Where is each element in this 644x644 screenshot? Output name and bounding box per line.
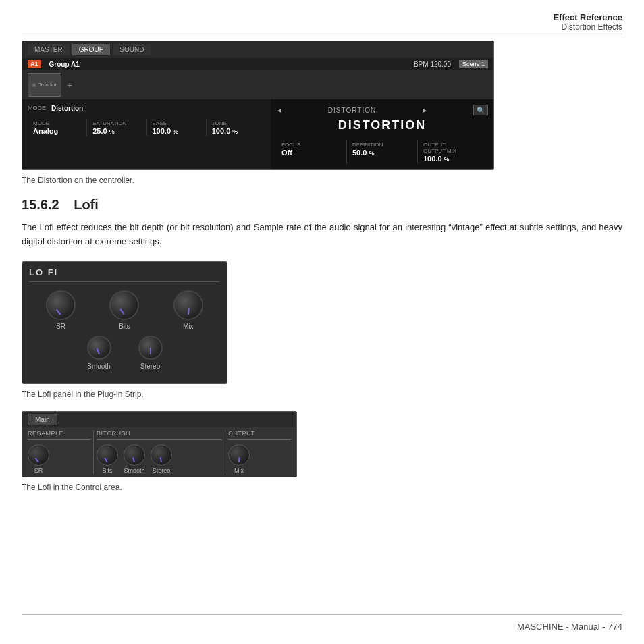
ctrl-nav-left[interactable]: ◄	[276, 107, 283, 114]
ctrl-param-output-mix: OutputOutput MIX 100.0 %	[418, 140, 488, 164]
lofi-knob-smooth-label: Smooth	[87, 363, 110, 370]
lofi-knob-smooth: Smooth	[87, 336, 111, 370]
ca-knob-mix-control[interactable]	[228, 444, 250, 466]
ctrl-param-definition: DEFINITION 50.0 %	[347, 140, 418, 164]
lofi-knob-mix-control[interactable]	[173, 290, 203, 320]
ctrl-plugin-icon: ▣ Distortion	[28, 73, 61, 97]
ca-knob-bits-control[interactable]	[97, 444, 118, 466]
ctrl-nav-right[interactable]: ►	[421, 107, 428, 114]
ca-section-output-line	[228, 439, 291, 440]
page-footer: MASCHINE - Manual - 774	[22, 614, 622, 632]
ca-section-bitcrush: BITCRUSH Bits Smooth	[97, 430, 222, 474]
lofi-knob-bits: Bits	[109, 290, 139, 330]
ca-knob-sr: SR	[28, 444, 49, 474]
lofi-knob-bits-control[interactable]	[109, 290, 139, 320]
lofi-knobs-row1: SR Bits Mix	[29, 290, 220, 330]
ca-sections: RESAMPLE SR BITCRUSH	[22, 427, 296, 477]
ctrl-effect-name: DISTORTION	[328, 107, 376, 114]
footer-divider	[22, 614, 622, 615]
control-area-screenshot: Main RESAMPLE SR BITCRUSH	[22, 411, 297, 477]
ca-knob-smooth-control[interactable]	[124, 444, 145, 466]
ca-section-resample: RESAMPLE SR	[28, 430, 90, 474]
ca-section-output-label: OUTPUT	[228, 430, 291, 437]
ctrl-right-nav: ◄ DISTORTION ► 🔍	[271, 105, 493, 115]
lofi-knob-sr: SR	[46, 290, 76, 330]
controller-caption: The Distortion on the controller.	[22, 176, 622, 185]
ca-section-resample-line	[28, 439, 90, 440]
ca-knobs-output: Mix	[228, 444, 291, 474]
ca-divider-2	[225, 430, 225, 474]
lofi-knob-mix-label: Mix	[183, 323, 194, 330]
lofi-knob-stereo: Stereo	[138, 336, 163, 370]
ca-knob-mix: Mix	[228, 444, 250, 474]
ctrl-group-id: A1	[28, 60, 41, 68]
ctrl-scene: Scene 1	[459, 60, 488, 68]
ctrl-param-tone: TONE 100.0 %	[207, 119, 265, 136]
lofi-knob-stereo-label: Stereo	[140, 363, 160, 370]
ca-knob-mix-label: Mix	[234, 467, 244, 474]
ctrl-bpm: BPM 120.00	[414, 61, 451, 68]
ca-knob-stereo: Stereo	[151, 444, 172, 474]
ctrl-tab-group[interactable]: GROUP	[72, 44, 111, 55]
ctrl-add-button[interactable]: +	[67, 80, 72, 90]
ctrl-plugin-row: ▣ Distortion +	[22, 70, 493, 99]
ctrl-param-mode: MODE Analog	[28, 119, 87, 136]
lofi-knob-sr-control[interactable]	[46, 290, 76, 320]
ctrl-tab-sound[interactable]: SOUND	[113, 44, 151, 55]
ca-knob-bits-label: Bits	[102, 467, 112, 474]
ctrl-split-area: Mode Distortion MODE Analog SATURATION 2…	[22, 99, 493, 169]
ctrl-info-row: A1 Group A1 BPM 120.00 Scene 1	[22, 58, 493, 70]
header-divider	[22, 34, 622, 34]
ca-tab-main[interactable]: Main	[28, 414, 57, 425]
ctrl-left-panel: Mode Distortion MODE Analog SATURATION 2…	[22, 99, 271, 169]
lofi-knob-bits-label: Bits	[119, 323, 130, 330]
ctrl-params-row-left: MODE Analog SATURATION 25.0 % BASS 100.0…	[28, 116, 265, 139]
ca-knob-smooth: Smooth	[124, 444, 145, 474]
ca-divider-1	[93, 430, 94, 474]
ctrl-tab-master[interactable]: MASTER	[28, 44, 70, 55]
lofi-panel-title: LO FI	[29, 267, 220, 282]
header-title: Effect Reference	[553, 12, 622, 22]
controller-screenshot: MASTER GROUP SOUND A1 Group A1 BPM 120.0…	[22, 41, 494, 170]
ca-section-bitcrush-line	[97, 439, 222, 440]
control-area-caption: The Lofi in the Control area.	[22, 483, 622, 492]
ca-section-bitcrush-label: BITCRUSH	[97, 430, 222, 437]
section-heading: 15.6.2 Lofi	[22, 197, 622, 213]
lofi-knob-mix: Mix	[173, 290, 203, 330]
body-text: The Lofi effect reduces the bit depth (o…	[22, 221, 622, 249]
ca-knob-sr-control[interactable]	[28, 444, 49, 466]
ca-knob-bits: Bits	[97, 444, 118, 474]
ctrl-param-saturation: SATURATION 25.0 %	[87, 119, 146, 136]
ca-tab-bar: Main	[22, 412, 296, 427]
ctrl-tab-bar: MASTER GROUP SOUND	[22, 41, 493, 58]
lofi-knob-smooth-control[interactable]	[87, 336, 111, 360]
ca-knob-sr-label: SR	[34, 467, 43, 474]
lofi-knobs-row2: Smooth Stereo	[29, 336, 220, 370]
ctrl-distortion-title: DISTORTION	[338, 118, 427, 132]
lofi-knob-stereo-control[interactable]	[138, 336, 163, 360]
ctrl-params-row-right: FOCUS Off DEFINITION 50.0 % OutputOutput…	[276, 140, 488, 164]
header-subtitle: Distortion Effects	[553, 22, 622, 32]
ctrl-param-focus: FOCUS Off	[276, 140, 347, 164]
ctrl-right-panel: ◄ DISTORTION ► 🔍 DISTORTION FOCUS Off DE…	[271, 99, 493, 169]
section-title: Lofi	[74, 197, 99, 212]
ca-knobs-bitcrush: Bits Smooth Stereo	[97, 444, 222, 474]
ca-knob-smooth-label: Smooth	[124, 467, 144, 474]
main-content: MASTER GROUP SOUND A1 Group A1 BPM 120.0…	[22, 41, 622, 504]
lofi-panel: LO FI SR Bits Mix	[22, 261, 227, 384]
lofi-knob-sr-label: SR	[56, 323, 65, 330]
lofi-panel-caption: The Lofi panel in the Plug-in Strip.	[22, 390, 622, 399]
page-header: Effect Reference Distortion Effects	[553, 12, 622, 32]
ca-section-output: OUTPUT Mix	[228, 430, 291, 474]
ca-knob-stereo-label: Stereo	[153, 467, 171, 474]
ctrl-group-name: Group A1	[49, 61, 406, 68]
ca-knobs-resample: SR	[28, 444, 90, 474]
ctrl-param-bass: BASS 100.0 %	[147, 119, 207, 136]
ctrl-search-button[interactable]: 🔍	[473, 105, 488, 115]
footer-text: MASCHINE - Manual - 774	[22, 622, 622, 632]
section-number: 15.6.2	[22, 197, 59, 212]
ca-knob-stereo-control[interactable]	[151, 444, 172, 466]
ca-section-resample-label: RESAMPLE	[28, 430, 90, 437]
